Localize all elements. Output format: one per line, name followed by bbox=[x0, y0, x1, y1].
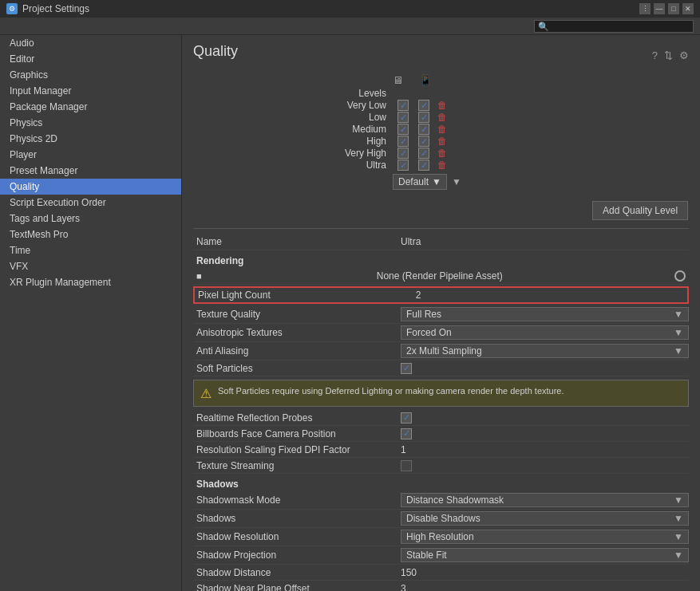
shadows-section-header: Shadows bbox=[193, 474, 689, 491]
warning-text: Soft Particles require using Deferred Li… bbox=[218, 385, 564, 397]
level-checkbox-vl-phone[interactable]: ✓ bbox=[418, 100, 429, 111]
name-row: Name Ultra bbox=[193, 234, 689, 250]
resolution-scaling-value: 1 bbox=[401, 444, 689, 455]
shadows-dropdown[interactable]: Disable Shadows ▼ bbox=[401, 511, 689, 526]
sidebar-item-player[interactable]: Player bbox=[0, 147, 181, 163]
level-checkbox-hi-monitor[interactable]: ✓ bbox=[397, 136, 409, 147]
sidebar-item-tags-and-layers[interactable]: Tags and Layers bbox=[0, 211, 181, 227]
shadow-resolution-dropdown[interactable]: High Resolution ▼ bbox=[401, 530, 689, 544]
shadow-resolution-value: High Resolution bbox=[406, 531, 474, 542]
page-title: Quality bbox=[193, 43, 238, 60]
soft-particles-label: Soft Particles bbox=[193, 363, 401, 374]
level-delete-vh[interactable]: 🗑 bbox=[437, 148, 447, 159]
default-arrow-down[interactable]: ▼ bbox=[452, 176, 461, 187]
dropdown-arrow: ▼ bbox=[432, 176, 441, 187]
level-delete-vl[interactable]: 🗑 bbox=[437, 100, 447, 111]
add-quality-level-button[interactable]: Add Quality Level bbox=[592, 201, 688, 220]
level-checkbox-ul-monitor[interactable]: ✓ bbox=[397, 160, 409, 171]
sidebar-item-preset-manager[interactable]: Preset Manager bbox=[0, 163, 181, 179]
level-checkbox-med-monitor[interactable]: ✓ bbox=[397, 124, 409, 135]
menu-button[interactable]: ⋮ bbox=[639, 3, 651, 14]
level-checkbox-hi-phone[interactable]: ✓ bbox=[418, 136, 429, 147]
level-delete-lo[interactable]: 🗑 bbox=[437, 112, 447, 123]
sidebar-item-physics-2d[interactable]: Physics 2D bbox=[0, 131, 181, 147]
levels-label-row: Levels bbox=[193, 88, 689, 99]
sidebar-item-vfx[interactable]: VFX bbox=[0, 258, 181, 274]
level-delete-med[interactable]: 🗑 bbox=[437, 124, 447, 135]
sidebar-item-graphics[interactable]: Graphics bbox=[0, 67, 181, 83]
name-field-label: Name bbox=[193, 236, 401, 247]
level-checkbox-lo-phone[interactable]: ✓ bbox=[418, 112, 429, 123]
level-checkbox-ul-phone[interactable]: ✓ bbox=[418, 160, 429, 171]
title-bar: ⚙ Project Settings ⋮ — □ ✕ bbox=[0, 0, 700, 18]
sidebar-item-quality[interactable]: Quality bbox=[0, 179, 181, 195]
billboards-face-camera-row: Billboards Face Camera Position ✓ bbox=[193, 426, 689, 442]
anti-aliasing-dropdown[interactable]: 2x Multi Sampling ▼ bbox=[401, 344, 689, 358]
level-name-medium: Medium bbox=[193, 124, 393, 135]
shadows-value: Disable Shadows bbox=[406, 513, 481, 524]
main-layout: Audio Editor Graphics Input Manager Pack… bbox=[0, 35, 700, 591]
sidebar-item-script-execution-order[interactable]: Script Execution Order bbox=[0, 195, 181, 211]
texture-streaming-row: Texture Streaming bbox=[193, 458, 689, 474]
billboards-face-camera-checkbox[interactable]: ✓ bbox=[401, 428, 412, 439]
sidebar-item-package-manager[interactable]: Package Manager bbox=[0, 99, 181, 115]
shadowmask-mode-value: Distance Shadowmask bbox=[406, 494, 504, 506]
maximize-button[interactable]: □ bbox=[668, 3, 679, 14]
resolution-scaling-label: Resolution Scaling Fixed DPI Factor bbox=[193, 444, 401, 455]
texture-quality-dropdown[interactable]: Full Res ▼ bbox=[401, 307, 689, 321]
shadowmask-mode-arrow: ▼ bbox=[674, 494, 683, 506]
level-checkbox-med-phone[interactable]: ✓ bbox=[418, 124, 429, 135]
pixel-light-count-row: Pixel Light Count 2 bbox=[193, 286, 689, 304]
level-delete-ul[interactable]: 🗑 bbox=[437, 160, 447, 171]
sidebar-item-textmesh-pro[interactable]: TextMesh Pro bbox=[0, 227, 181, 242]
default-dropdown[interactable]: Default ▼ bbox=[393, 174, 447, 190]
level-checkbox-vl-monitor[interactable]: ✓ bbox=[397, 100, 409, 111]
sidebar: Audio Editor Graphics Input Manager Pack… bbox=[0, 35, 182, 591]
default-label: Default bbox=[398, 176, 429, 187]
rendering-section-header: Rendering bbox=[193, 250, 689, 268]
pipeline-value: None (Render Pipeline Asset) bbox=[377, 270, 503, 282]
layout-icon[interactable]: ⇅ bbox=[664, 49, 673, 61]
realtime-reflection-probes-row: Realtime Reflection Probes ✓ bbox=[193, 410, 689, 426]
search-input[interactable] bbox=[534, 20, 694, 33]
sidebar-item-physics[interactable]: Physics bbox=[0, 115, 181, 131]
level-delete-hi[interactable]: 🗑 bbox=[437, 136, 447, 147]
sidebar-item-input-manager[interactable]: Input Manager bbox=[0, 83, 181, 99]
shadow-projection-dropdown[interactable]: Stable Fit ▼ bbox=[401, 548, 689, 562]
anti-aliasing-label: Anti Aliasing bbox=[193, 345, 401, 357]
sidebar-item-xr-plugin-management[interactable]: XR Plugin Management bbox=[0, 274, 181, 290]
title-bar-left: ⚙ Project Settings bbox=[6, 3, 89, 14]
warning-icon: ⚠ bbox=[200, 386, 212, 401]
pipeline-circle-button[interactable] bbox=[674, 270, 686, 282]
sidebar-item-editor[interactable]: Editor bbox=[0, 51, 181, 67]
shadow-resolution-arrow: ▼ bbox=[674, 531, 683, 542]
pixel-light-count-value: 2 bbox=[402, 290, 434, 301]
close-button[interactable]: ✕ bbox=[682, 3, 694, 14]
level-checkbox-vh-phone[interactable]: ✓ bbox=[418, 148, 429, 159]
shadow-resolution-label: Shadow Resolution bbox=[193, 531, 401, 542]
realtime-reflection-probes-checkbox[interactable]: ✓ bbox=[401, 412, 412, 424]
help-icon[interactable]: ? bbox=[652, 49, 658, 61]
anisotropic-textures-dropdown[interactable]: Forced On ▼ bbox=[401, 325, 689, 340]
level-name-ultra: Ultra bbox=[193, 160, 393, 171]
shadow-near-plane-offset-label: Shadow Near Plane Offset bbox=[193, 583, 401, 592]
shadow-near-plane-offset-value: 3 bbox=[401, 583, 689, 592]
levels-label: Levels bbox=[193, 88, 393, 99]
levels-section: 🖥 📱 Levels Very Low ✓ ✓ 🗑 Low ✓ ✓ 🗑 bbox=[193, 74, 689, 220]
shadow-distance-value: 150 bbox=[401, 567, 689, 578]
texture-streaming-checkbox[interactable] bbox=[401, 460, 412, 471]
level-checkbox-vh-monitor[interactable]: ✓ bbox=[397, 148, 409, 159]
sidebar-item-audio[interactable]: Audio bbox=[0, 35, 181, 51]
soft-particles-checkbox[interactable]: ✓ bbox=[401, 363, 412, 374]
anisotropic-textures-arrow: ▼ bbox=[674, 327, 683, 338]
settings-icon[interactable]: ⚙ bbox=[679, 49, 689, 61]
shadow-projection-label: Shadow Projection bbox=[193, 550, 401, 561]
level-checkbox-lo-monitor[interactable]: ✓ bbox=[397, 112, 409, 123]
file-icon: ■ bbox=[196, 271, 202, 281]
shadowmask-mode-dropdown[interactable]: Distance Shadowmask ▼ bbox=[401, 493, 689, 507]
minimize-button[interactable]: — bbox=[654, 3, 665, 14]
sidebar-item-time[interactable]: Time bbox=[0, 242, 181, 258]
shadow-resolution-row: Shadow Resolution High Resolution ▼ bbox=[193, 528, 689, 546]
texture-quality-value: Full Res bbox=[406, 309, 441, 320]
title-bar-controls[interactable]: ⋮ — □ ✕ bbox=[639, 3, 694, 14]
